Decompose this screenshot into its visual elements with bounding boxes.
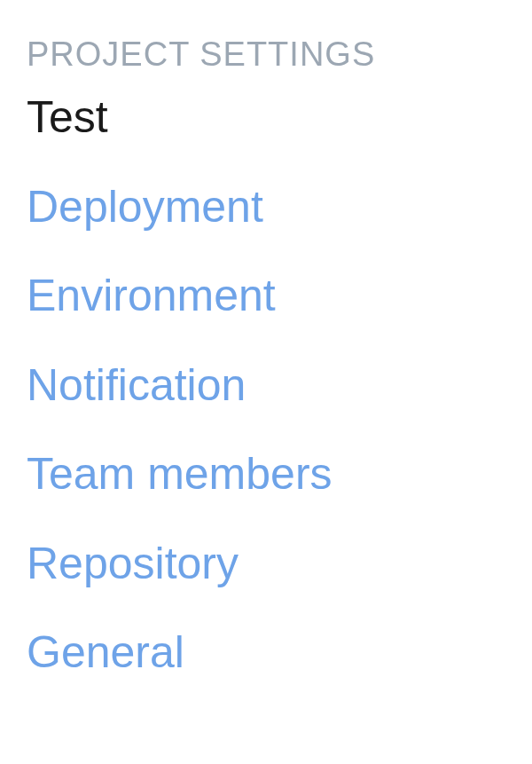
- nav-item-team-members[interactable]: Team members: [27, 446, 505, 502]
- nav-item-label: Team members: [27, 449, 332, 499]
- nav-section-header: PROJECT SETTINGS: [27, 35, 505, 74]
- nav-item-label: Environment: [27, 271, 276, 320]
- nav-item-general[interactable]: General: [27, 625, 505, 681]
- nav-item-notification[interactable]: Notification: [27, 358, 505, 414]
- nav-item-label: Notification: [27, 360, 246, 410]
- nav-item-label: Deployment: [27, 182, 263, 232]
- nav-item-test[interactable]: Test: [27, 90, 505, 146]
- nav-item-repository[interactable]: Repository: [27, 536, 505, 592]
- nav-item-deployment[interactable]: Deployment: [27, 179, 505, 235]
- nav-item-label: Repository: [27, 539, 239, 588]
- nav-item-label: Test: [27, 92, 108, 142]
- project-settings-nav: PROJECT SETTINGS Test Deployment Environ…: [27, 35, 505, 681]
- nav-item-environment[interactable]: Environment: [27, 268, 505, 324]
- nav-item-label: General: [27, 627, 184, 677]
